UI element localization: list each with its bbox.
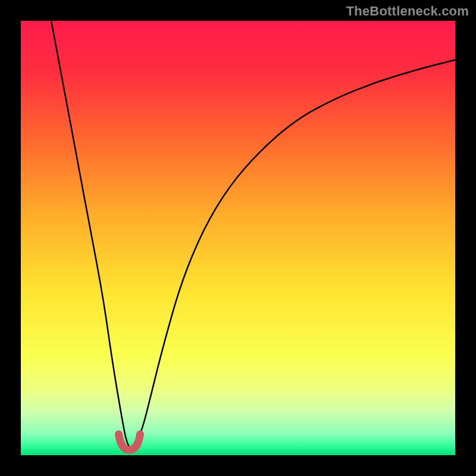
plot-area <box>21 21 455 455</box>
minimum-marker <box>119 434 140 450</box>
watermark-text: TheBottleneck.com <box>346 4 469 19</box>
chart-frame: TheBottleneck.com <box>0 0 476 476</box>
bottleneck-curve <box>21 21 455 455</box>
